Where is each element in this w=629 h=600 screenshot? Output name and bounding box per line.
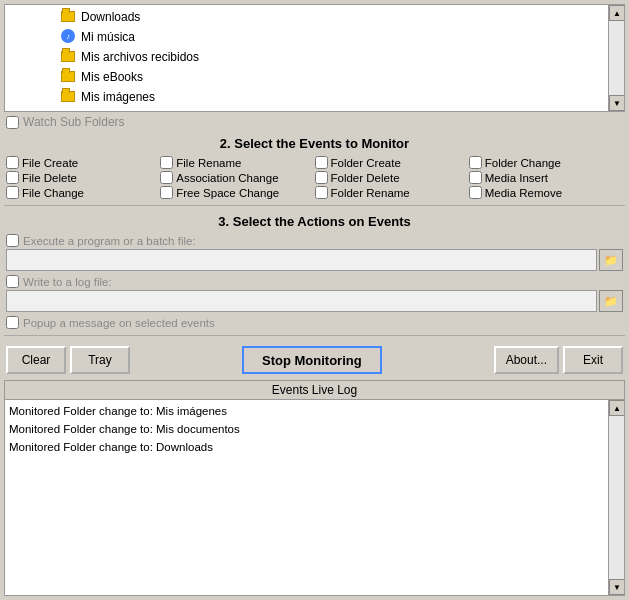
event-assoc-change: Association Change [160, 171, 314, 184]
execute-browse-button[interactable]: 📁 [599, 249, 623, 271]
event-folder-delete: Folder Delete [315, 171, 469, 184]
watch-sub-folders-label: Watch Sub Folders [23, 115, 125, 129]
tree-scrollbar[interactable]: ▲ ▼ [608, 5, 624, 111]
divider1 [4, 205, 625, 206]
event-file-delete: File Delete [6, 171, 160, 184]
folder-rename-label: Folder Rename [331, 187, 410, 199]
button-bar-right: About... Exit [494, 346, 623, 374]
write-log-checkbox[interactable] [6, 275, 19, 288]
event-free-space: Free Space Change [160, 186, 314, 199]
popup-checkbox[interactable] [6, 316, 19, 329]
scroll-track[interactable] [609, 21, 624, 95]
file-rename-label: File Rename [176, 157, 241, 169]
file-create-label: File Create [22, 157, 78, 169]
file-delete-label: File Delete [22, 172, 77, 184]
log-scroll-track[interactable] [609, 416, 624, 579]
folder-delete-label: Folder Delete [331, 172, 400, 184]
media-remove-label: Media Remove [485, 187, 562, 199]
file-change-checkbox[interactable] [6, 186, 19, 199]
write-log-input[interactable] [6, 290, 597, 312]
tree-item-musica[interactable]: ♪ Mi música [9, 27, 620, 47]
media-remove-checkbox[interactable] [469, 186, 482, 199]
file-rename-checkbox[interactable] [160, 156, 173, 169]
tree-item-downloads[interactable]: Downloads [9, 7, 620, 27]
event-folder-change: Folder Change [469, 156, 623, 169]
browse-icon-2: 📁 [604, 295, 618, 308]
scroll-up-btn[interactable]: ▲ [609, 5, 625, 21]
log-header: Events Live Log [5, 381, 624, 400]
log-section: Events Live Log Monitored Folder change … [4, 380, 625, 596]
event-media-insert: Media Insert [469, 171, 623, 184]
event-folder-rename: Folder Rename [315, 186, 469, 199]
event-file-rename: File Rename [160, 156, 314, 169]
write-log-browse-button[interactable]: 📁 [599, 290, 623, 312]
free-space-label: Free Space Change [176, 187, 279, 199]
actions-section: Execute a program or a batch file: 📁 Wri… [0, 232, 629, 331]
execute-input-row: 📁 [6, 249, 623, 271]
exit-button[interactable]: Exit [563, 346, 623, 374]
events-grid: File Create File Rename Folder Create Fo… [0, 154, 629, 201]
log-line-2: Monitored Folder change to: Mis document… [9, 420, 599, 438]
event-file-create: File Create [6, 156, 160, 169]
free-space-checkbox[interactable] [160, 186, 173, 199]
assoc-change-checkbox[interactable] [160, 171, 173, 184]
execute-label: Execute a program or a batch file: [23, 235, 196, 247]
folder-icon [61, 9, 77, 25]
media-insert-checkbox[interactable] [469, 171, 482, 184]
scroll-down-btn[interactable]: ▼ [609, 95, 625, 111]
event-file-change: File Change [6, 186, 160, 199]
section3-header: 3. Select the Actions on Events [0, 210, 629, 232]
write-log-row: Write to a log file: [6, 275, 623, 288]
execute-row: Execute a program or a batch file: [6, 234, 623, 247]
folder-icon [61, 69, 77, 85]
folder-change-checkbox[interactable] [469, 156, 482, 169]
folder-create-label: Folder Create [331, 157, 401, 169]
folder-rename-checkbox[interactable] [315, 186, 328, 199]
file-delete-checkbox[interactable] [6, 171, 19, 184]
divider2 [4, 335, 625, 336]
folder-create-checkbox[interactable] [315, 156, 328, 169]
assoc-change-label: Association Change [176, 172, 278, 184]
tree-item-ebooks[interactable]: Mis eBooks [9, 67, 620, 87]
watch-sub-folders-row: Watch Sub Folders [0, 112, 629, 132]
popup-row: Popup a message on selected events [6, 316, 623, 329]
clear-button[interactable]: Clear [6, 346, 66, 374]
file-create-checkbox[interactable] [6, 156, 19, 169]
folder-delete-checkbox[interactable] [315, 171, 328, 184]
file-change-label: File Change [22, 187, 84, 199]
log-content: Monitored Folder change to: Mis imágenes… [5, 400, 624, 595]
log-scroll-down-btn[interactable]: ▼ [609, 579, 624, 595]
about-button[interactable]: About... [494, 346, 559, 374]
section2-header: 2. Select the Events to Monitor [0, 132, 629, 154]
watch-sub-folders-checkbox[interactable] [6, 116, 19, 129]
tray-button[interactable]: Tray [70, 346, 130, 374]
button-bar-left: Clear Tray [6, 346, 130, 374]
stop-monitoring-button[interactable]: Stop Monitoring [242, 346, 382, 374]
main-container: Downloads ♪ Mi música Mis archivos recib… [0, 0, 629, 600]
button-bar: Clear Tray Stop Monitoring About... Exit [0, 340, 629, 380]
event-media-remove: Media Remove [469, 186, 623, 199]
event-folder-create: Folder Create [315, 156, 469, 169]
browse-icon: 📁 [604, 254, 618, 267]
write-log-input-row: 📁 [6, 290, 623, 312]
log-line-1: Monitored Folder change to: Mis imágenes [9, 402, 599, 420]
popup-label: Popup a message on selected events [23, 317, 215, 329]
log-scrollbar[interactable]: ▲ ▼ [608, 400, 624, 595]
folder-icon [61, 89, 77, 105]
write-log-label: Write to a log file: [23, 276, 112, 288]
execute-input[interactable] [6, 249, 597, 271]
tree-item-archivos[interactable]: Mis archivos recibidos [9, 47, 620, 67]
folder-tree: Downloads ♪ Mi música Mis archivos recib… [4, 4, 625, 112]
folder-change-label: Folder Change [485, 157, 561, 169]
tree-item-imagenes[interactable]: Mis imágenes [9, 87, 620, 107]
log-line-3: Monitored Folder change to: Downloads [9, 438, 599, 456]
execute-checkbox[interactable] [6, 234, 19, 247]
folder-icon [61, 49, 77, 65]
log-scroll-up-btn[interactable]: ▲ [609, 400, 624, 416]
music-icon: ♪ [61, 29, 77, 45]
media-insert-label: Media Insert [485, 172, 548, 184]
